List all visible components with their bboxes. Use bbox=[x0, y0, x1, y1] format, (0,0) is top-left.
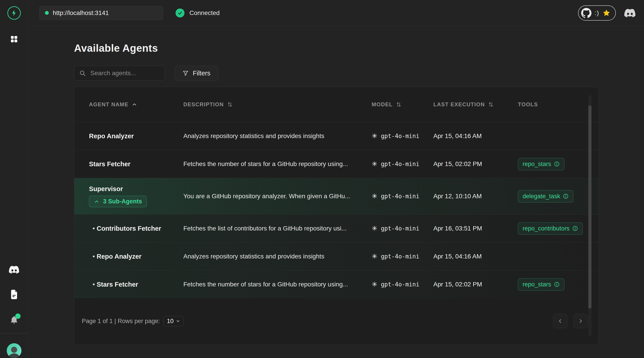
table-row-subagent[interactable]: Stars Fetcher Fetches the number of star… bbox=[74, 270, 598, 298]
rows-per-page-value: 10 bbox=[167, 318, 174, 325]
sort-updown-icon bbox=[227, 101, 233, 108]
last-execution: Apr 15, 02:02 PM bbox=[426, 281, 511, 288]
agent-description: Fetches the number of stars for a GitHub… bbox=[176, 160, 364, 168]
table-row-subagent[interactable]: Contributors Fetcher Fetches the list of… bbox=[74, 214, 598, 242]
info-icon[interactable] bbox=[572, 226, 578, 231]
main-content: Available Agents Filters AGENT NAME DE bbox=[28, 26, 644, 358]
model-name: gpt-4o-mini bbox=[381, 133, 419, 139]
table-row[interactable]: Stars Fetcher Fetches the number of star… bbox=[74, 150, 598, 178]
document-icon bbox=[10, 290, 18, 299]
scrollbar-thumb[interactable] bbox=[588, 105, 592, 308]
rows-per-page-select[interactable]: 10 bbox=[164, 316, 184, 326]
model-name: gpt-4o-mini bbox=[381, 193, 419, 200]
server-url: http://localhost:3141 bbox=[53, 10, 109, 17]
sidebar-item-docs[interactable] bbox=[10, 290, 18, 299]
column-header-last-execution[interactable]: LAST EXECUTION bbox=[426, 101, 511, 108]
column-header-tools: TOOLS bbox=[511, 101, 598, 108]
tool-badge[interactable]: delegate_task bbox=[518, 190, 573, 202]
server-url-field[interactable]: http://localhost:3141 bbox=[39, 6, 163, 20]
chevron-up-icon bbox=[132, 102, 137, 107]
agent-name: Stars Fetcher bbox=[89, 160, 130, 168]
model-name: gpt-4o-mini bbox=[381, 253, 419, 260]
subagents-toggle[interactable]: 3 Sub-Agents bbox=[89, 196, 147, 207]
agent-description: You are a GitHub repository analyzer. Wh… bbox=[176, 193, 364, 200]
avatar-photo bbox=[7, 344, 22, 358]
column-header-agent-name[interactable]: AGENT NAME bbox=[82, 101, 176, 108]
github-star-button[interactable]: :) bbox=[578, 5, 616, 21]
table-row[interactable]: Repo Analyzer Analyzes repository statis… bbox=[74, 122, 598, 150]
table-footer: Page 1 of 1 | Rows per page: 10 bbox=[74, 298, 598, 344]
model-name: gpt-4o-mini bbox=[381, 225, 419, 232]
agent-description: Analyzes repository statistics and provi… bbox=[176, 253, 364, 260]
chevron-down-icon bbox=[176, 319, 180, 323]
openai-icon: ✳ bbox=[372, 161, 377, 167]
subagents-label: 3 Sub-Agents bbox=[103, 198, 142, 205]
github-icon bbox=[581, 8, 592, 18]
grid-icon bbox=[10, 35, 18, 44]
model-name: gpt-4o-mini bbox=[381, 161, 419, 167]
agent-name: Repo Analyzer bbox=[89, 132, 134, 140]
column-label: AGENT NAME bbox=[89, 101, 128, 108]
user-avatar[interactable] bbox=[7, 343, 22, 358]
tool-badge[interactable]: repo_stars bbox=[518, 278, 564, 291]
filter-funnel-icon bbox=[182, 70, 189, 76]
tool-name: repo_stars bbox=[522, 161, 551, 168]
column-header-description[interactable]: DESCRIPTION bbox=[176, 101, 364, 108]
table-header-row: AGENT NAME DESCRIPTION MODEL LAST EXECUT… bbox=[74, 87, 598, 122]
model-name: gpt-4o-mini bbox=[381, 281, 419, 288]
info-icon[interactable] bbox=[554, 161, 560, 167]
openai-icon: ✳ bbox=[372, 225, 377, 232]
agent-description: Fetches the number of stars for a GitHub… bbox=[176, 281, 364, 288]
last-execution: Apr 15, 04:16 AM bbox=[426, 132, 511, 140]
info-icon[interactable] bbox=[554, 281, 560, 287]
agents-table-card: AGENT NAME DESCRIPTION MODEL LAST EXECUT… bbox=[74, 87, 599, 344]
next-page-button[interactable] bbox=[574, 314, 588, 328]
column-label: MODEL bbox=[372, 101, 393, 108]
server-status-dot bbox=[45, 11, 49, 15]
last-execution: Apr 16, 03:51 PM bbox=[426, 225, 511, 232]
app-logo[interactable] bbox=[8, 6, 21, 20]
table-row-subagent[interactable]: Repo Analyzer Analyzes repository statis… bbox=[74, 242, 598, 270]
openai-icon: ✳ bbox=[372, 133, 377, 139]
check-icon bbox=[176, 9, 184, 18]
tool-badge[interactable]: repo_stars bbox=[518, 158, 564, 170]
sidebar-item-discord[interactable] bbox=[9, 266, 19, 274]
agent-name: Repo Analyzer bbox=[92, 253, 142, 260]
tool-name: repo_stars bbox=[522, 281, 551, 288]
connection-status: Connected bbox=[176, 9, 220, 18]
topbar: http://localhost:3141 Connected :) bbox=[28, 0, 644, 26]
sidebar-item-dashboard[interactable] bbox=[10, 35, 18, 44]
lightning-icon bbox=[10, 10, 18, 17]
agent-description: Analyzes repository statistics and provi… bbox=[176, 132, 364, 140]
agent-name: Stars Fetcher bbox=[92, 281, 138, 288]
sort-updown-icon bbox=[488, 101, 494, 108]
filters-button[interactable]: Filters bbox=[175, 66, 218, 81]
previous-page-button[interactable] bbox=[553, 314, 567, 328]
info-icon[interactable] bbox=[563, 193, 569, 199]
column-header-model[interactable]: MODEL bbox=[364, 101, 426, 108]
last-execution: Apr 15, 04:16 AM bbox=[426, 253, 511, 260]
openai-icon: ✳ bbox=[372, 253, 377, 260]
chevron-up-icon bbox=[94, 199, 100, 204]
discord-icon bbox=[624, 9, 636, 17]
column-label: LAST EXECUTION bbox=[433, 101, 485, 108]
discord-link[interactable] bbox=[624, 9, 636, 17]
sidebar-item-notifications[interactable] bbox=[10, 315, 18, 324]
column-label: DESCRIPTION bbox=[183, 101, 224, 108]
page-title: Available Agents bbox=[74, 42, 158, 54]
filters-label: Filters bbox=[193, 70, 210, 77]
connection-status-label: Connected bbox=[190, 10, 220, 17]
chevron-right-icon bbox=[578, 318, 584, 324]
sidebar-divider bbox=[0, 333, 28, 333]
star-icon bbox=[602, 9, 610, 17]
notification-dot bbox=[15, 313, 20, 319]
table-row-supervisor[interactable]: Supervisor 3 Sub-Agents You are a GitHub… bbox=[74, 178, 598, 214]
openai-icon: ✳ bbox=[372, 193, 377, 200]
agent-name: Contributors Fetcher bbox=[92, 225, 161, 232]
pagination-summary: Page 1 of 1 | Rows per page: bbox=[82, 318, 160, 325]
chevron-left-icon bbox=[557, 318, 563, 324]
search-input[interactable] bbox=[90, 70, 160, 77]
tool-badge[interactable]: repo_contributors bbox=[518, 222, 583, 235]
last-execution: Apr 15, 02:02 PM bbox=[426, 160, 511, 168]
search-icon bbox=[79, 70, 86, 77]
